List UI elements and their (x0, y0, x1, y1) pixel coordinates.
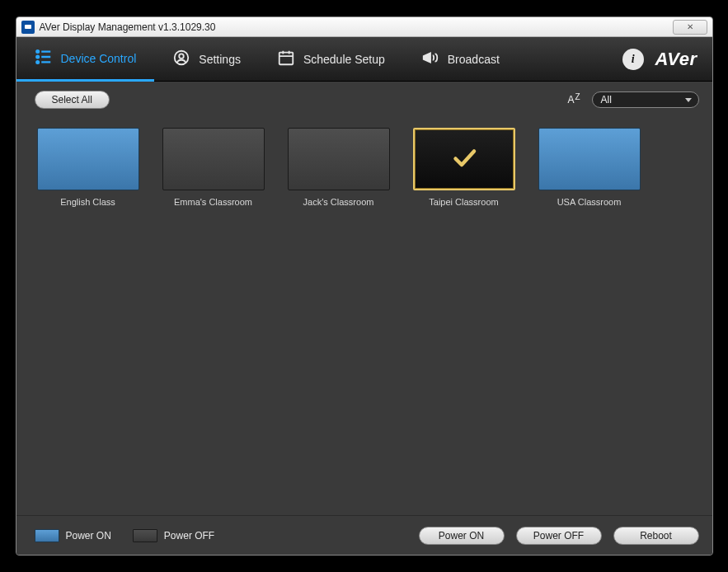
svg-point-5 (36, 61, 39, 63)
swatch-on-icon (35, 529, 59, 542)
svg-point-1 (36, 50, 39, 53)
device-label: Emma's Classroom (174, 197, 252, 207)
sort-letter-z: Z (575, 92, 580, 101)
filter-dropdown[interactable]: All (592, 91, 699, 108)
tab-schedule-setup[interactable]: Schedule Setup (259, 37, 403, 81)
device-label: Taipei Classroom (429, 197, 498, 207)
legend-off-label: Power OFF (164, 530, 214, 542)
svg-point-8 (180, 54, 185, 59)
device-screen-selected (413, 128, 515, 190)
tab-label: Broadcast (448, 53, 500, 66)
legend-power-on: Power ON (35, 529, 111, 542)
list-icon (35, 48, 53, 68)
swatch-off-icon (133, 529, 157, 542)
footer: Power ON Power OFF Power ON Power OFF Re… (16, 515, 712, 555)
sort-letter-a: A (567, 94, 574, 105)
device-item[interactable]: Jack's Classroom (285, 128, 392, 207)
window-title: AVer Display Management v1.3.1029.30 (40, 21, 673, 33)
top-nav: Device Control Settings Schedule Setup B… (16, 37, 712, 82)
check-icon (449, 143, 479, 176)
select-all-button[interactable]: Select All (35, 91, 110, 109)
titlebar: AVer Display Management v1.3.1029.30 ✕ (16, 17, 712, 37)
device-screen (162, 128, 265, 190)
device-item[interactable]: Taipei Classroom (411, 128, 518, 207)
calendar-icon (277, 49, 295, 69)
device-label: Jack's Classroom (303, 197, 374, 207)
reboot-button[interactable]: Reboot (613, 527, 699, 545)
filter-selected-value: All (601, 94, 612, 105)
svg-rect-0 (25, 25, 31, 29)
tab-label: Settings (199, 53, 241, 66)
power-off-button[interactable]: Power OFF (516, 527, 602, 545)
brand-logo: AVer (655, 49, 697, 70)
megaphone-icon (421, 49, 439, 69)
device-item[interactable]: USA Classroom (536, 128, 643, 207)
legend-on-label: Power ON (66, 530, 111, 542)
svg-point-3 (36, 56, 39, 59)
device-item[interactable]: English Class (35, 128, 142, 207)
toolbar: Select All AZ All (16, 82, 712, 118)
device-label: USA Classroom (557, 197, 622, 207)
app-window: AVer Display Management v1.3.1029.30 ✕ D… (16, 16, 713, 556)
tab-settings[interactable]: Settings (154, 37, 259, 81)
sort-az-button[interactable]: AZ (567, 94, 580, 105)
power-on-button[interactable]: Power ON (419, 527, 505, 545)
svg-rect-9 (279, 53, 294, 65)
close-button[interactable]: ✕ (673, 20, 707, 35)
device-item[interactable]: Emma's Classroom (160, 128, 267, 207)
tab-label: Schedule Setup (303, 53, 385, 66)
tab-device-control[interactable]: Device Control (16, 38, 155, 82)
tab-broadcast[interactable]: Broadcast (403, 37, 518, 81)
info-button[interactable]: i (622, 49, 644, 70)
device-grid: English Class Emma's Classroom Jack's Cl… (16, 118, 712, 515)
gear-user-icon (172, 49, 190, 69)
device-label: English Class (60, 197, 115, 207)
legend-power-off: Power OFF (133, 529, 214, 542)
tab-label: Device Control (61, 52, 137, 65)
device-screen (288, 128, 390, 190)
device-screen (37, 128, 139, 190)
device-screen (538, 128, 641, 190)
app-icon (21, 21, 35, 34)
